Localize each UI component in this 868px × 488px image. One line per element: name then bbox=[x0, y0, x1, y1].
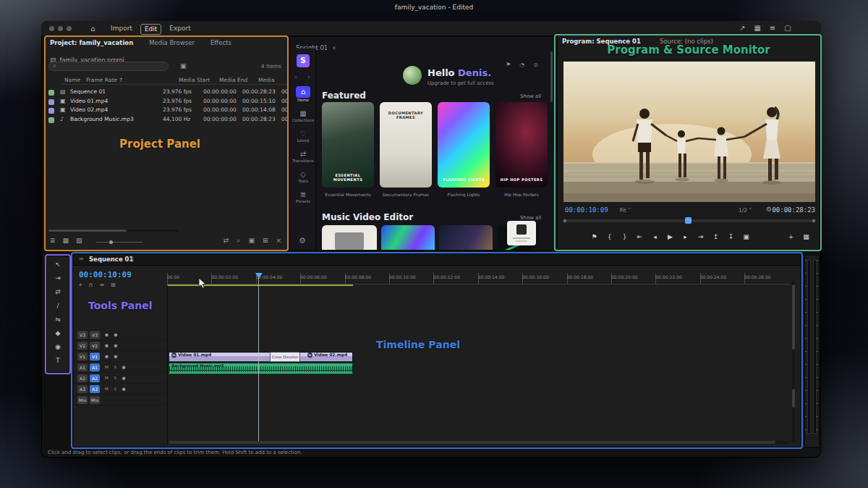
lift-icon[interactable]: ↥ bbox=[708, 233, 723, 240]
clear-icon[interactable]: × bbox=[276, 237, 281, 245]
go-to-in-icon[interactable]: ⇤ bbox=[632, 233, 647, 240]
manage-panels-icon[interactable]: ≡ bbox=[770, 24, 775, 32]
track-target[interactable]: A2 bbox=[90, 374, 100, 382]
track-select-forward-tool[interactable]: ⇥ bbox=[50, 272, 66, 285]
step-back-icon[interactable]: ◂ bbox=[647, 233, 663, 240]
card-documentary-frames[interactable]: DOCUMENTARY FRAMES Documentary Frames bbox=[380, 102, 432, 201]
tab-project[interactable]: Project: family_vacation bbox=[50, 39, 133, 46]
tab-media-browser[interactable]: Media Browser bbox=[149, 39, 195, 46]
selection-tool[interactable]: ↖ bbox=[50, 258, 66, 272]
track-a1[interactable]: A1 A1 M S ● bbox=[73, 362, 167, 373]
hand-tool[interactable]: ◉ bbox=[50, 340, 66, 354]
source-patch[interactable]: V1 bbox=[77, 353, 88, 361]
linked-selection-icon[interactable]: ≡ bbox=[99, 282, 104, 289]
row-video-02[interactable]: ▣ Video 02.mp4 23.976 fps 00:00:00:00 00… bbox=[46, 103, 288, 112]
plugin-logo[interactable]: S bbox=[297, 54, 310, 67]
track-target[interactable]: Mix bbox=[90, 396, 100, 404]
source-patch[interactable]: A1 bbox=[77, 363, 88, 371]
nav-home[interactable]: ⌂ Home bbox=[290, 86, 316, 103]
scrubber-playhead[interactable] bbox=[685, 217, 692, 224]
nav-loved[interactable]: ♡ Loved bbox=[290, 130, 316, 143]
step-forward-icon[interactable]: ▸ bbox=[678, 233, 693, 240]
source-patch[interactable]: Mix bbox=[77, 396, 88, 404]
project-hscrollbar[interactable] bbox=[48, 230, 179, 232]
tab-export[interactable]: Export bbox=[166, 24, 194, 35]
playhead-line[interactable] bbox=[258, 273, 259, 444]
track-a3[interactable]: A3 A3 M S ● bbox=[73, 384, 167, 395]
snap-icon[interactable]: ∩ bbox=[89, 282, 93, 289]
workspaces-icon[interactable]: ▦ bbox=[754, 24, 760, 32]
bookmark-icon[interactable]: ⚑ bbox=[506, 62, 511, 68]
nav-tools[interactable]: ◇ Tools bbox=[290, 170, 316, 184]
insert-overwrite-icon[interactable]: ⌖ bbox=[79, 282, 82, 289]
row-video-01[interactable]: ▣ Video 01.mp4 23.976 fps 00:00:00:00 00… bbox=[46, 94, 288, 104]
icon-view-icon[interactable]: ▦ bbox=[63, 237, 69, 244]
plugin-scrollbar[interactable] bbox=[550, 51, 553, 102]
tab-program[interactable]: Program: Sequence 01 bbox=[562, 38, 641, 45]
tab-import[interactable]: Import bbox=[107, 24, 136, 35]
list-view-icon[interactable]: ≣ bbox=[50, 237, 56, 244]
source-patch[interactable]: A3 bbox=[77, 385, 88, 393]
monitor-settings-icon[interactable]: ▦ bbox=[799, 233, 814, 240]
close-icon[interactable]: × bbox=[331, 45, 336, 51]
playhead-timecode[interactable]: 00:00:10:09 bbox=[565, 206, 608, 214]
row-background-music[interactable]: ♪ Background Music.mp3 44,100 Hz 00:00:0… bbox=[46, 112, 288, 122]
music-thumb-3[interactable] bbox=[439, 225, 493, 251]
track-mix[interactable]: Mix Mix bbox=[73, 395, 167, 405]
track-target[interactable]: V1 bbox=[90, 353, 100, 361]
go-to-out-icon[interactable]: ⇥ bbox=[693, 233, 708, 240]
transition-cross-dissolve[interactable]: Cross Dissolve bbox=[270, 352, 300, 362]
track-target[interactable]: A1 bbox=[90, 363, 100, 371]
tab-edit[interactable]: Edit bbox=[140, 24, 161, 35]
show-all-link[interactable]: Show all bbox=[520, 93, 541, 99]
video-clip-1[interactable]: fxVideo 01.mp4 bbox=[169, 352, 285, 362]
track-target[interactable]: V2 bbox=[90, 342, 100, 350]
source-patch[interactable]: A2 bbox=[77, 374, 88, 382]
mark-out-icon[interactable]: } bbox=[617, 233, 632, 240]
track-target[interactable]: V3 bbox=[90, 331, 100, 339]
extract-icon[interactable]: ↧ bbox=[723, 233, 739, 240]
find-icon[interactable]: ⌕ bbox=[237, 237, 240, 245]
window-close-button[interactable] bbox=[49, 26, 54, 31]
card-hip-hop-posters[interactable]: HIP HOP POSTERS Hip Hop Posters bbox=[495, 102, 548, 201]
nav-collections[interactable]: ▦ Collections bbox=[290, 109, 316, 123]
automate-sequence-icon[interactable]: ⇄ bbox=[224, 237, 229, 245]
project-search-input[interactable]: ⌕ bbox=[48, 62, 169, 71]
music-thumb-2[interactable] bbox=[381, 225, 435, 251]
tab-effects[interactable]: Effects bbox=[210, 39, 231, 46]
tab-source[interactable]: Source: (no clips) bbox=[660, 38, 713, 45]
zoom-slider[interactable] bbox=[96, 242, 142, 243]
razor-tool[interactable]: ∕ bbox=[50, 299, 66, 313]
fullscreen-icon[interactable]: ▢ bbox=[784, 24, 791, 32]
card-essential-movements[interactable]: ESSENTIAL MOVEMENTS Essential Movements bbox=[322, 102, 374, 201]
monitor-scrubber[interactable] bbox=[563, 219, 815, 222]
playhead-marker[interactable] bbox=[255, 273, 263, 278]
timeline-hscrollbar[interactable] bbox=[169, 441, 788, 444]
ripple-edit-tool[interactable]: ⇄ bbox=[50, 285, 66, 299]
row-sequence-01[interactable]: ▤ Sequence 01 23.976 fps 00:00:00:00 00:… bbox=[46, 85, 288, 94]
music-thumb-1[interactable] bbox=[322, 225, 377, 251]
track-v2[interactable]: V2 V2 ● ● bbox=[73, 340, 167, 351]
quick-export-icon[interactable]: ↗ bbox=[739, 24, 745, 32]
close-icon[interactable]: × bbox=[129, 256, 135, 262]
timeline-timecode[interactable]: 00:00:10:09 bbox=[79, 270, 132, 279]
preview-popup[interactable] bbox=[507, 221, 536, 245]
nav-transitions[interactable]: ⇄ Transitions bbox=[290, 150, 316, 164]
export-frame-icon[interactable]: ▣ bbox=[739, 233, 754, 240]
fit-dropdown[interactable]: Fit ˅ bbox=[620, 207, 631, 214]
type-tool[interactable]: T bbox=[50, 354, 66, 368]
card-flashing-lights[interactable]: FLASHING LIGHTS Flashing Lights bbox=[438, 102, 490, 201]
play-icon[interactable]: ▶ bbox=[663, 233, 678, 240]
track-target[interactable]: A3 bbox=[90, 385, 100, 393]
slip-tool[interactable]: ⇋ bbox=[50, 313, 66, 327]
new-item-icon[interactable]: ⊞ bbox=[263, 237, 268, 245]
timeline-vscrollbar[interactable] bbox=[792, 280, 795, 442]
track-a2[interactable]: A2 A2 M S ● bbox=[73, 373, 167, 384]
nav-presets[interactable]: ≣ Presets bbox=[290, 190, 316, 204]
source-patch[interactable]: V3 bbox=[77, 331, 88, 339]
back-icon[interactable]: ‹ bbox=[294, 73, 297, 80]
show-all-link-2[interactable]: Show all bbox=[520, 215, 541, 221]
work-area-bar[interactable] bbox=[167, 285, 353, 286]
help-icon[interactable]: ⊙ bbox=[533, 62, 538, 68]
new-bin-icon[interactable]: ▣ bbox=[248, 237, 255, 245]
